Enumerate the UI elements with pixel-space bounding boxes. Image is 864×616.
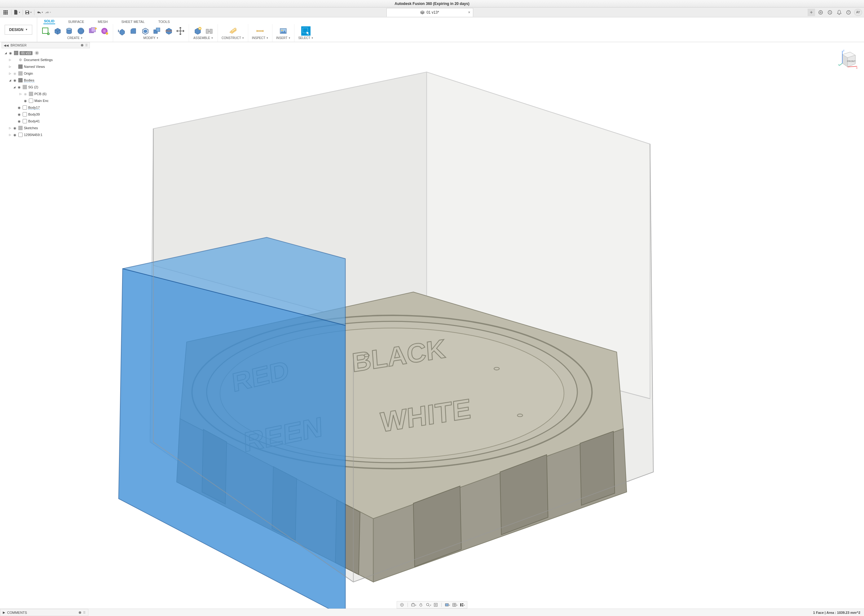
extensions-button[interactable]: [817, 9, 824, 16]
svg-rect-49: [412, 604, 415, 606]
ribbon-tab-surface[interactable]: SURFACE: [68, 19, 85, 24]
create-sphere-button[interactable]: [76, 26, 86, 36]
fillet-button[interactable]: [129, 26, 138, 36]
tree-body39[interactable]: ◉ Body39: [2, 111, 90, 118]
svg-point-25: [106, 32, 108, 35]
fit-button[interactable]: [433, 602, 439, 608]
ribbon-group-label-insert[interactable]: INSERT ▼: [276, 36, 291, 40]
visibility-toggle[interactable]: ◉: [8, 51, 13, 55]
body-icon: [29, 99, 33, 103]
ribbon-group-label-select[interactable]: SELECT ▼: [298, 36, 313, 40]
visibility-toggle[interactable]: ◉: [13, 78, 17, 82]
redo-button[interactable]: ▼: [44, 9, 52, 16]
svg-rect-57: [462, 605, 463, 607]
tree-sg-group[interactable]: ◢ ◉ SG (2): [2, 84, 90, 91]
tree-document-settings[interactable]: ▷ ⚙ Document Settings: [2, 57, 90, 63]
visibility-toggle[interactable]: ◉: [13, 126, 17, 130]
shell-button[interactable]: [140, 26, 150, 36]
new-component-button[interactable]: [193, 26, 202, 36]
new-tab-button[interactable]: +: [807, 9, 815, 16]
tree-pcb-group[interactable]: ▷ ◉ PCB (6): [2, 91, 90, 97]
ribbon-group-label-assemble[interactable]: ASSEMBLE ▼: [193, 36, 213, 40]
viewport-layout-button[interactable]: ▾: [459, 602, 465, 608]
svg-rect-4: [5, 12, 6, 13]
browser-header[interactable]: ◀◀ BROWSER ☰: [2, 42, 90, 48]
folder-icon: [23, 85, 27, 89]
account-avatar[interactable]: AY: [854, 9, 862, 16]
data-panel-button[interactable]: [2, 9, 9, 16]
visibility-toggle[interactable]: ◉: [13, 71, 17, 75]
ribbon-group-label-create[interactable]: CREATE ▼: [67, 36, 83, 40]
visibility-toggle[interactable]: ◉: [17, 105, 21, 110]
workspace-button[interactable]: DESIGN ▼: [5, 25, 33, 35]
file-menu-button[interactable]: ▼: [13, 9, 21, 16]
grid-settings-button[interactable]: ▾: [451, 602, 458, 608]
job-status-button[interactable]: [826, 9, 834, 16]
create-cylinder-button[interactable]: [64, 26, 74, 36]
save-button[interactable]: ▼: [25, 9, 32, 16]
display-settings-button[interactable]: ▾: [444, 602, 450, 608]
split-button[interactable]: [164, 26, 173, 36]
browser-settings-dot[interactable]: [81, 44, 83, 47]
tree-main-enc[interactable]: ◉ Main Enc: [2, 97, 90, 104]
svg-rect-55: [460, 603, 462, 607]
tree-sketches[interactable]: ▷ ◉ Sketches: [2, 124, 90, 131]
insert-button[interactable]: [279, 26, 288, 36]
quick-access-bar: ▼ ▼ ▼ ▼ 01 v13* × + ? AY: [0, 8, 864, 17]
visibility-toggle[interactable]: ◉: [17, 112, 21, 116]
notifications-button[interactable]: [836, 9, 843, 16]
tree-named-views[interactable]: ▷ Named Views: [2, 63, 90, 70]
window-title-bar: Autodesk Fusion 360 (Expiring in 20 days…: [0, 0, 864, 8]
select-button[interactable]: [301, 26, 311, 36]
ribbon-tab-tools[interactable]: TOOLS: [158, 19, 170, 24]
ribbon-group-insert: INSERT ▼: [272, 24, 294, 42]
activate-radio[interactable]: [35, 51, 39, 55]
visibility-toggle[interactable]: ◉: [17, 119, 21, 123]
comments-expand-button[interactable]: ☰: [83, 611, 86, 614]
tree-root[interactable]: ◢ ◉ ⬚ 01 v13: [2, 50, 90, 57]
joint-button[interactable]: [204, 26, 214, 36]
selected-face[interactable]: [119, 269, 345, 608]
svg-line-41: [839, 63, 842, 66]
tree-component[interactable]: ▷ ◉ 1295N459:1: [2, 131, 90, 138]
visibility-toggle[interactable]: ◉: [23, 99, 28, 103]
combine-button[interactable]: [152, 26, 162, 36]
visibility-toggle[interactable]: ◉: [17, 85, 21, 89]
browser-options-button[interactable]: ☰: [85, 44, 88, 47]
svg-rect-15: [42, 28, 48, 33]
create-box-button[interactable]: [53, 26, 62, 36]
help-button[interactable]: ?: [845, 9, 852, 16]
create-sketch-button[interactable]: [41, 26, 50, 36]
tree-body41[interactable]: ◉ Body41: [2, 118, 90, 124]
svg-rect-9: [26, 11, 28, 12]
document-tab[interactable]: 01 v13* ×: [386, 8, 473, 17]
ribbon-tab-solid[interactable]: SOLID: [43, 19, 55, 24]
create-form-button[interactable]: [88, 26, 97, 36]
pan-button[interactable]: [418, 602, 424, 608]
svg-text:?: ?: [848, 11, 849, 14]
ribbon-group-label-inspect[interactable]: INSPECT ▼: [252, 36, 269, 40]
collapse-browser-button[interactable]: ◀◀: [4, 44, 9, 47]
close-tab-button[interactable]: ×: [468, 10, 470, 14]
press-pull-button[interactable]: [117, 26, 126, 36]
tree-body17[interactable]: ◉ Body17: [2, 104, 90, 111]
tree-bodies[interactable]: ◢ ◉ Bodies: [2, 77, 90, 84]
construct-plane-button[interactable]: [228, 26, 237, 36]
view-cube[interactable]: FRONT Y Z X: [836, 48, 858, 70]
undo-button[interactable]: ▼: [36, 9, 44, 16]
visibility-toggle[interactable]: ◉: [13, 133, 17, 137]
orbit-button[interactable]: [399, 602, 405, 608]
ribbon-tab-mesh[interactable]: MESH: [97, 19, 108, 24]
zoom-button[interactable]: ▾: [425, 602, 431, 608]
look-at-button[interactable]: ▾: [410, 602, 416, 608]
create-derive-button[interactable]: [100, 26, 109, 36]
ribbon-group-label-construct[interactable]: CONSTRUCT ▼: [221, 36, 244, 40]
ribbon-tab-sheet-metal[interactable]: SHEET METAL: [121, 19, 145, 24]
visibility-toggle[interactable]: ◉: [23, 92, 28, 96]
tree-origin[interactable]: ▷ ◉ Origin: [2, 70, 90, 77]
comments-panel-header[interactable]: ▶ COMMENTS ☰: [0, 609, 88, 616]
measure-button[interactable]: [255, 26, 265, 36]
viewport-canvas[interactable]: RED BLACK REEN WHITE: [0, 42, 864, 608]
move-button[interactable]: [176, 26, 185, 36]
ribbon-group-label-modify[interactable]: MODIFY ▼: [143, 36, 159, 40]
